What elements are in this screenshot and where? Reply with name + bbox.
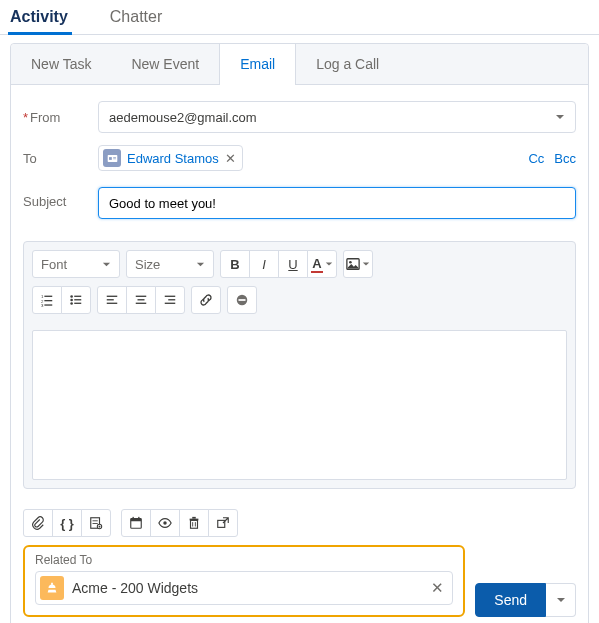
svg-rect-24	[165, 296, 176, 297]
svg-rect-20	[107, 303, 118, 304]
from-row: *From aedemouse2@gmail.com	[23, 95, 576, 139]
subtab-log-call[interactable]: Log a Call	[296, 44, 399, 84]
svg-rect-42	[195, 522, 196, 526]
svg-rect-40	[192, 517, 196, 519]
numbered-list-button[interactable]: 123	[32, 286, 62, 314]
svg-rect-31	[93, 523, 98, 524]
svg-rect-34	[131, 519, 142, 522]
svg-rect-21	[136, 296, 147, 297]
related-to-highlight: Related To Acme - 200 Widgets ✕	[23, 545, 465, 617]
related-remove-icon[interactable]: ✕	[431, 579, 444, 597]
template-button[interactable]	[81, 509, 111, 537]
from-label-text: From	[30, 110, 60, 125]
clear-format-button[interactable]	[227, 286, 257, 314]
size-select[interactable]: Size	[126, 250, 214, 278]
bcc-link[interactable]: Bcc	[554, 151, 576, 166]
list-group: 123	[32, 286, 91, 314]
tab-chatter[interactable]: Chatter	[110, 0, 180, 34]
cc-link[interactable]: Cc	[528, 151, 544, 166]
composer-subtabs: New Task New Event Email Log a Call	[11, 44, 588, 85]
recipient-remove-icon[interactable]: ✕	[225, 151, 236, 166]
svg-rect-15	[74, 299, 81, 300]
svg-rect-17	[74, 303, 81, 304]
subtab-email[interactable]: Email	[219, 44, 296, 85]
related-send-row: Related To Acme - 200 Widgets ✕ Send	[11, 541, 588, 623]
svg-rect-41	[192, 522, 193, 526]
svg-text:3: 3	[41, 303, 44, 307]
required-indicator: *	[23, 110, 28, 125]
underline-button[interactable]: U	[278, 250, 308, 278]
svg-rect-1	[109, 157, 112, 160]
merge-field-button[interactable]: { }	[52, 509, 82, 537]
tab-activity[interactable]: Activity	[10, 0, 86, 34]
bold-button[interactable]: B	[220, 250, 250, 278]
from-label: *From	[23, 110, 98, 125]
svg-rect-3	[113, 158, 116, 159]
related-to-label: Related To	[35, 553, 453, 567]
format-group: B I U A	[220, 250, 337, 278]
recipient-chip[interactable]: Edward Stamos ✕	[98, 145, 243, 171]
related-to-value: Acme - 200 Widgets	[72, 580, 431, 596]
italic-button[interactable]: I	[249, 250, 279, 278]
svg-rect-38	[191, 520, 198, 528]
from-select[interactable]: aedemouse2@gmail.com	[98, 101, 576, 133]
text-color-button[interactable]: A	[307, 250, 337, 278]
attach-group: { }	[23, 509, 111, 537]
composer-bottom-toolbar: { }	[11, 501, 588, 541]
svg-rect-2	[113, 157, 116, 158]
subject-row: Subject	[23, 177, 576, 225]
svg-rect-11	[44, 304, 52, 305]
svg-rect-36	[138, 517, 139, 520]
align-right-button[interactable]	[155, 286, 185, 314]
rich-text-editor: Font Size B I U A	[23, 241, 576, 489]
composer-card: New Task New Event Email Log a Call *Fro…	[10, 43, 589, 623]
preview-button[interactable]	[150, 509, 180, 537]
schedule-button[interactable]	[121, 509, 151, 537]
cc-bcc-links: Cc Bcc	[528, 151, 576, 166]
email-form: *From aedemouse2@gmail.com To Edwa	[11, 85, 588, 235]
font-select-label: Font	[41, 257, 67, 272]
svg-rect-25	[168, 299, 175, 300]
align-center-button[interactable]	[126, 286, 156, 314]
editor-body[interactable]	[32, 330, 567, 480]
svg-rect-26	[165, 303, 176, 304]
svg-rect-9	[44, 300, 52, 301]
svg-rect-23	[136, 303, 147, 304]
svg-point-5	[349, 261, 352, 264]
svg-rect-30	[93, 520, 98, 521]
send-button[interactable]: Send	[475, 583, 546, 617]
svg-point-14	[70, 299, 73, 302]
subtab-new-task[interactable]: New Task	[11, 44, 111, 84]
svg-rect-19	[107, 299, 114, 300]
to-row: To Edward Stamos ✕ Cc Bcc	[23, 139, 576, 177]
attach-button[interactable]	[23, 509, 53, 537]
subtab-new-event[interactable]: New Event	[111, 44, 219, 84]
image-button[interactable]	[343, 250, 373, 278]
related-to-field[interactable]: Acme - 200 Widgets ✕	[35, 571, 453, 605]
send-more-button[interactable]	[546, 583, 576, 617]
delete-button[interactable]	[179, 509, 209, 537]
svg-rect-13	[74, 296, 81, 297]
misc-group	[121, 509, 238, 537]
bullet-list-button[interactable]	[61, 286, 91, 314]
popout-button[interactable]	[208, 509, 238, 537]
to-label: To	[23, 151, 98, 166]
activity-chatter-tabs: Activity Chatter	[0, 0, 599, 35]
send-group: Send	[475, 583, 576, 617]
svg-rect-35	[133, 517, 134, 520]
opportunity-icon	[40, 576, 64, 600]
svg-rect-22	[138, 299, 145, 300]
link-button[interactable]	[191, 286, 221, 314]
svg-rect-18	[107, 296, 118, 297]
svg-point-16	[70, 302, 73, 305]
contact-icon	[103, 149, 121, 167]
svg-rect-39	[190, 519, 199, 521]
from-value: aedemouse2@gmail.com	[109, 110, 257, 125]
align-left-button[interactable]	[97, 286, 127, 314]
subject-label: Subject	[23, 187, 98, 209]
svg-rect-43	[218, 520, 225, 527]
recipient-chip-text: Edward Stamos	[127, 151, 219, 166]
font-select[interactable]: Font	[32, 250, 120, 278]
subject-input[interactable]	[98, 187, 576, 219]
svg-point-37	[163, 521, 167, 525]
